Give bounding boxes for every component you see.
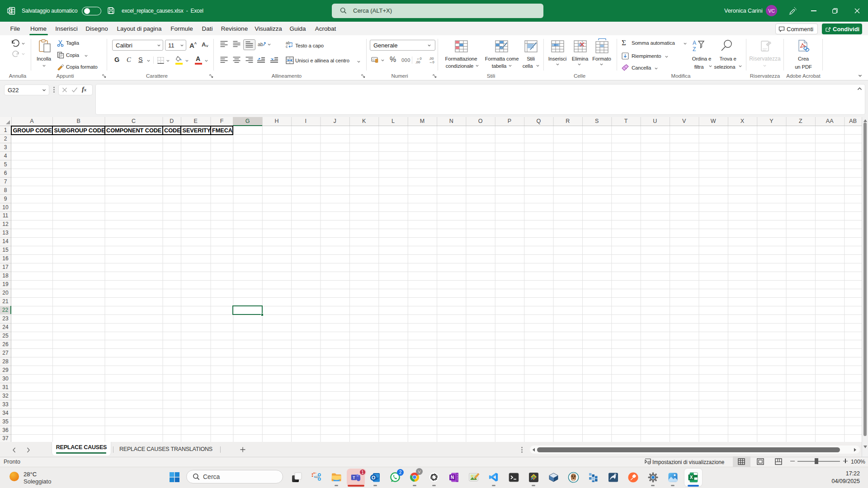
svg-text:X: X bbox=[8, 9, 11, 13]
svg-text:→0: →0 bbox=[429, 60, 434, 64]
svg-text:O: O bbox=[371, 475, 375, 480]
svg-text:T: T bbox=[353, 475, 355, 479]
svg-text:A: A bbox=[693, 40, 696, 46]
svg-text:X: X bbox=[689, 475, 693, 480]
svg-text:ab: ab bbox=[258, 42, 263, 47]
svg-text:C: C bbox=[373, 58, 375, 61]
svg-text:c: c bbox=[286, 44, 288, 48]
svg-text:,00: ,00 bbox=[415, 60, 420, 64]
svg-text:N: N bbox=[450, 475, 453, 480]
svg-text:Z: Z bbox=[693, 46, 696, 52]
